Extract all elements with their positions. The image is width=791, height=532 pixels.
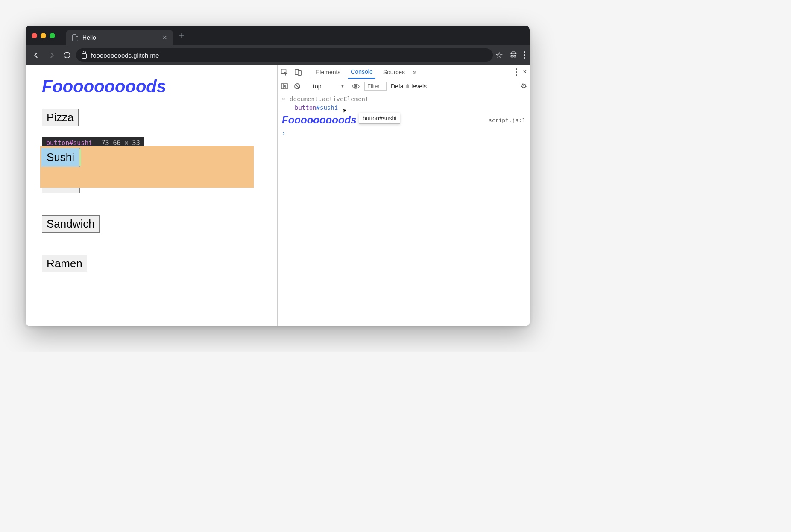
separator (306, 82, 306, 90)
devtools-tabs: Elements Console Sources » × (278, 65, 530, 79)
more-tabs-icon[interactable]: » (413, 68, 416, 76)
reload-button[interactable] (61, 49, 73, 61)
page-icon (72, 34, 78, 41)
page-heading: Fooooooooods (42, 77, 261, 96)
titlebar: Hello! × + (26, 26, 530, 45)
address-bar: fooooooooods.glitch.me ☆ (26, 45, 530, 65)
console-result-row[interactable]: button#sushi (278, 103, 530, 112)
food-button-sandwich[interactable]: Sandwich (42, 215, 100, 233)
tab-console[interactable]: Console (348, 66, 375, 79)
url-text: fooooooooods.glitch.me (91, 52, 159, 59)
bookmark-icon[interactable]: ☆ (495, 50, 503, 60)
svg-point-7 (355, 85, 357, 87)
maximize-window-icon[interactable] (50, 33, 55, 38)
toolbar-right: ☆ (495, 50, 525, 60)
console-filter-input[interactable] (364, 82, 387, 91)
console-log-row: Fooooooooods script.js:1 (278, 112, 530, 128)
console-sidebar-icon[interactable] (280, 82, 289, 91)
svg-point-1 (514, 55, 516, 57)
remove-expression-icon[interactable]: × (282, 96, 287, 102)
console-output: × document.activeElement button#sushi ➤ … (278, 93, 530, 326)
clear-console-icon[interactable] (293, 82, 302, 91)
console-prompt[interactable]: › (278, 128, 530, 138)
food-button-pizza[interactable]: Pizza (42, 109, 79, 126)
device-toggle-icon[interactable] (294, 68, 302, 76)
tab-sources[interactable]: Sources (381, 66, 407, 78)
live-expression-icon[interactable] (352, 82, 360, 91)
close-devtools-icon[interactable]: × (522, 67, 527, 76)
incognito-icon[interactable] (509, 50, 518, 60)
close-tab-icon[interactable]: × (162, 34, 167, 41)
svg-point-0 (511, 55, 513, 57)
lock-icon (82, 53, 87, 59)
forward-button[interactable] (45, 49, 58, 61)
console-result: button#sushi (282, 104, 338, 111)
new-tab-button[interactable]: + (176, 30, 187, 41)
svg-rect-4 (298, 70, 301, 75)
tab-elements[interactable]: Elements (313, 66, 343, 78)
browser-window: Hello! × + fooooooooods.glitch.me ☆ (26, 26, 530, 326)
url-box[interactable]: fooooooooods.glitch.me (76, 48, 493, 62)
minimize-window-icon[interactable] (41, 33, 46, 38)
content-area: Fooooooooods Pizza button#sushi 73.66 × … (26, 65, 530, 326)
kebab-menu-icon[interactable] (524, 51, 525, 59)
inspect-element-icon[interactable] (280, 68, 289, 76)
devtools-menu-icon[interactable] (516, 68, 517, 76)
browser-tab[interactable]: Hello! × (66, 30, 173, 45)
food-button-ramen[interactable]: Ramen (42, 255, 87, 272)
back-button[interactable] (30, 49, 43, 61)
console-toolbar: top Default levels ⚙ (278, 79, 530, 93)
element-hover-tooltip: button#sushi (359, 113, 400, 124)
console-expression: document.activeElement (290, 96, 369, 102)
console-settings-icon[interactable]: ⚙ (521, 82, 527, 91)
log-source[interactable]: script.js:1 (489, 117, 525, 123)
devtools-panel: Elements Console Sources » × (278, 65, 530, 326)
context-selector[interactable]: top (311, 82, 347, 91)
food-button-sushi[interactable]: Sushi (42, 149, 79, 166)
close-window-icon[interactable] (32, 33, 37, 38)
context-select[interactable]: top (311, 82, 347, 91)
log-levels[interactable]: Default levels (391, 83, 427, 90)
console-expression-row: × document.activeElement (278, 95, 530, 103)
separator (308, 68, 308, 76)
log-message: Fooooooooods (282, 114, 357, 126)
window-controls (32, 33, 55, 38)
rendered-page: Fooooooooods Pizza button#sushi 73.66 × … (26, 65, 278, 326)
tab-title: Hello! (82, 34, 98, 41)
highlighted-element-wrap: Sushi (42, 149, 261, 166)
